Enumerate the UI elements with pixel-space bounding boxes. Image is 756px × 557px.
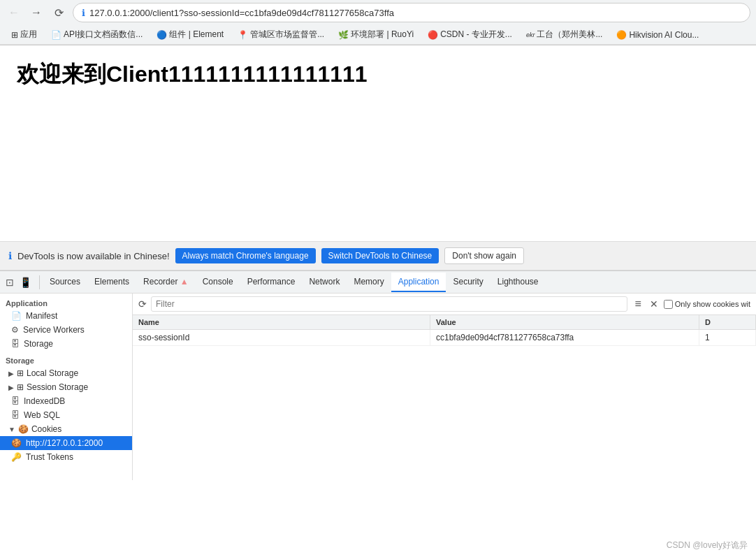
bookmark-label-ruoyi: 环境部署 | RuoYi (351, 29, 414, 41)
bookmark-label-ekr: 工台（郑州美林... (537, 29, 602, 41)
sidebar-item-cookie-url[interactable]: 🍪 http://127.0.0.1:2000 (0, 436, 132, 450)
address-bar[interactable]: ℹ 127.0.0.1:2000/client1?sso-sessionId=c… (73, 3, 750, 22)
bookmark-icon-hik: 🟠 (616, 30, 627, 40)
filter-bar: ⟳ ≡ ✕ Only show cookies wit (133, 294, 756, 315)
reload-button[interactable]: ⟳ (50, 4, 67, 21)
tab-security[interactable]: Security (446, 273, 490, 292)
filter-input[interactable] (151, 296, 627, 312)
sidebar-item-service-workers[interactable]: ⚙ Service Workers (0, 323, 132, 337)
bookmark-ruoyi[interactable]: 🌿 环境部署 | RuoYi (333, 27, 419, 42)
watermark: CSDN @lovely好诡异 (667, 540, 748, 551)
table-row[interactable]: sso-sessionId cc1bfa9de09d4cf7811277658c… (133, 330, 756, 346)
local-storage-label: Local Storage (27, 368, 78, 378)
tab-sources[interactable]: Sources (43, 273, 87, 292)
always-match-button[interactable]: Always match Chrome's language (175, 248, 316, 263)
bookmark-market[interactable]: 📍 管城区市场监督管... (232, 27, 330, 42)
tab-lighthouse[interactable]: Lighthouse (490, 273, 546, 292)
sidebar-item-indexeddb[interactable]: 🗄 IndexedDB (0, 394, 132, 408)
indexeddb-icon: 🗄 (11, 396, 20, 406)
sidebar-item-storage[interactable]: 🗄 Storage (0, 337, 132, 351)
cookies-table: Name Value D sso-sessionId cc1bfa9de09d4… (133, 315, 756, 346)
tab-application[interactable]: Application (391, 273, 446, 292)
cell-name: sso-sessionId (133, 330, 430, 346)
session-storage-arrow: ▶ (8, 384, 14, 391)
sidebar-section-storage: Storage (0, 351, 132, 366)
sidebar-label-manifest: Manifest (26, 311, 57, 321)
storage-icon: 🗄 (11, 339, 20, 349)
page-content: 欢迎来到Client1111111111111111 (0, 45, 756, 241)
bookmark-icon-element: 🔵 (157, 30, 167, 40)
nav-bar: ← → ⟳ ℹ 127.0.0.1:2000/client1?sso-sessi… (0, 0, 756, 25)
session-storage-label: Session Storage (27, 382, 88, 392)
dont-show-button[interactable]: Don't show again (444, 247, 524, 264)
websql-icon: 🗄 (11, 410, 20, 420)
bookmark-apps[interactable]: ⊞ 应用 (6, 27, 43, 42)
devtools-notification: ℹ DevTools is now available in Chinese! … (0, 241, 756, 270)
sidebar-item-cookies-group[interactable]: ▼ 🍪 Cookies (0, 422, 132, 436)
bookmarks-bar: ⊞ 应用 📄 API接口文档函数信... 🔵 组件 | Element 📍 管城… (0, 25, 756, 45)
local-storage-arrow: ▶ (8, 370, 14, 377)
sidebar-item-websql[interactable]: 🗄 Web SQL (0, 408, 132, 422)
devtools-tabs-bar: ⊡ 📱 Sources Elements Recorder ▲ Console … (0, 271, 756, 294)
devtools-panel: ⊡ 📱 Sources Elements Recorder ▲ Console … (0, 270, 756, 480)
cookie-url-label: http://127.0.0.1:2000 (26, 438, 103, 448)
manifest-icon: 📄 (11, 311, 22, 321)
apps-label: 应用 (20, 29, 37, 41)
cell-value: cc1bfa9de09d4cf7811277658ca73ffa (430, 330, 699, 346)
forward-button[interactable]: → (28, 4, 45, 21)
sidebar-item-manifest[interactable]: 📄 Manifest (0, 309, 132, 323)
lock-icon: ℹ (82, 8, 85, 18)
info-icon: ℹ (8, 250, 12, 261)
switch-chinese-button[interactable]: Switch DevTools to Chinese (321, 248, 439, 263)
devtools-sidebar: Application 📄 Manifest ⚙ Service Workers… (0, 294, 133, 480)
cursor-icon-button[interactable]: ⊡ (3, 274, 17, 291)
cookie-url-icon: 🍪 (11, 438, 22, 448)
sidebar-item-local-storage[interactable]: ▶ ⊞ Local Storage (0, 366, 132, 380)
sidebar-item-session-storage[interactable]: ▶ ⊞ Session Storage (0, 380, 132, 394)
tab-console[interactable]: Console (196, 273, 240, 292)
bookmark-csdn[interactable]: 🔴 CSDN - 专业开发... (422, 27, 518, 42)
only-show-cookies-text: Only show cookies wit (675, 300, 750, 308)
bookmark-label-api: API接口文档函数信... (64, 29, 143, 41)
sidebar-item-trust-tokens[interactable]: 🔑 Trust Tokens (0, 450, 132, 464)
tab-network[interactable]: Network (302, 273, 347, 292)
bookmark-label-element: 组件 | Element (169, 29, 224, 41)
device-icon-button[interactable]: 📱 (17, 274, 34, 291)
bookmark-label-csdn: CSDN - 专业开发... (440, 29, 512, 41)
refresh-button[interactable]: ⟳ (138, 298, 147, 310)
devtools-body: Application 📄 Manifest ⚙ Service Workers… (0, 294, 756, 480)
table-container: Name Value D sso-sessionId cc1bfa9de09d4… (133, 315, 756, 480)
trust-tokens-label: Trust Tokens (26, 452, 73, 462)
cookies-icon: 🍪 (18, 424, 29, 434)
service-workers-icon: ⚙ (11, 325, 19, 335)
cookies-label: Cookies (31, 424, 61, 434)
bookmark-ekr[interactable]: ekr 工台（郑州美林... (521, 27, 609, 42)
bookmark-icon-api: 📄 (51, 30, 61, 40)
bookmark-label-market: 管城区市场监督管... (250, 29, 324, 41)
page-title: 欢迎来到Client1111111111111111 (17, 59, 739, 90)
bookmark-api[interactable]: 📄 API接口文档函数信... (45, 27, 148, 42)
apps-icon: ⊞ (11, 30, 18, 40)
session-storage-icon: ⊞ (17, 382, 24, 392)
sidebar-label-service-workers: Service Workers (23, 325, 85, 335)
col-header-value: Value (430, 315, 699, 330)
clear-filter-button[interactable]: ≡ (632, 296, 644, 312)
tab-performance[interactable]: Performance (240, 273, 303, 292)
bookmark-icon-csdn: 🔴 (428, 30, 438, 40)
col-header-name: Name (133, 315, 430, 330)
tab-recorder[interactable]: Recorder ▲ (136, 273, 196, 292)
cell-domain: 1 (699, 330, 755, 346)
tab-elements[interactable]: Elements (87, 273, 136, 292)
notification-text: DevTools is now available in Chinese! (17, 251, 170, 261)
sidebar-label-storage: Storage (24, 339, 53, 349)
tab-memory[interactable]: Memory (347, 273, 391, 292)
back-button[interactable]: ← (6, 4, 22, 21)
sidebar-section-application: Application (0, 294, 132, 309)
only-show-cookies-checkbox[interactable] (664, 300, 673, 309)
bookmark-icon-ruoyi: 🌿 (338, 30, 349, 40)
delete-filter-button[interactable]: ✕ (647, 297, 661, 311)
cookies-arrow: ▼ (8, 426, 15, 433)
bookmark-hik[interactable]: 🟠 Hikvision AI Clou... (611, 29, 704, 41)
bookmark-element[interactable]: 🔵 组件 | Element (151, 27, 229, 42)
table-header-row: Name Value D (133, 315, 756, 330)
